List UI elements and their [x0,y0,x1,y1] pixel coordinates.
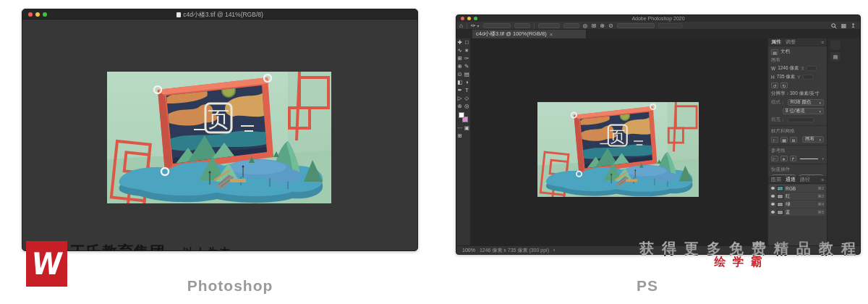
photoshop-fullscreen-window: c4d小楼3.tif @ 141%(RGB/8) 王氏教育集团 以人为本 [22,9,418,251]
zoom-in-icon[interactable]: ⊕ [600,22,605,29]
document-info: 1246 像素 x 735 像素 (300 ppi) [480,247,549,254]
guides-icon[interactable]: ⊢ [771,156,778,161]
rotate-ccw-icon[interactable]: ↺ [771,83,778,88]
section-guides: 参考线 [771,148,824,154]
tool-icon[interactable]: ✚ [456,38,464,46]
grid-icon[interactable]: ▦ [780,137,788,143]
tool-icon[interactable]: ⋯ [456,124,464,132]
eye-icon[interactable] [771,211,775,214]
eye-icon[interactable] [771,203,775,206]
chevron-down-icon[interactable]: ▾ [477,23,480,28]
tool-icon[interactable]: ⊞ [456,54,464,62]
tool-icon[interactable]: ◎ [464,102,471,110]
tool-icon[interactable]: ⊙ [456,70,464,78]
chevron-down-icon[interactable]: ▾ [822,156,824,161]
home-icon[interactable]: ⌂ [459,22,463,29]
tool-icon[interactable]: ∿ [456,46,464,54]
color-mode-value: RGB 颜色 [791,99,812,106]
channel-shortcut: ⌘3 [817,194,824,198]
rulers-target-select[interactable]: 画布▾ [802,136,824,143]
channel-row[interactable]: 蓝 ⌘5 [770,208,825,216]
tool-icon[interactable]: ⊞ [456,132,464,140]
page: c4d小楼3.tif @ 141%(RGB/8) 王氏教育集团 以人为本 Ado… [0,0,868,304]
options-field[interactable] [514,23,530,28]
snap-icon[interactable]: ⊞ [790,137,797,143]
zoom-tool-icon[interactable]: ◎ [583,22,588,29]
eye-icon[interactable] [771,195,775,198]
tab-properties[interactable]: 属性 [771,38,781,46]
zoom-scrubby-icon[interactable]: ⊙ [608,22,613,29]
tool-icon[interactable]: ▤ [464,70,471,78]
eye-icon[interactable] [771,187,775,190]
tab-paths[interactable]: 路径 [800,176,810,183]
tool-icon[interactable]: ∗ [464,46,471,54]
share-icon[interactable]: ↥ [851,22,856,29]
document-tab-bar: c4d小楼3.tif @ 100%(RGB/8) × [456,30,860,38]
window-titlebar[interactable]: c4d小楼3.tif @ 141%(RGB/8) [22,9,417,20]
document-tab[interactable]: c4d小楼3.tif @ 100%(RGB/8) × [472,30,587,38]
rotate-cw-icon[interactable]: ↻ [780,83,788,88]
canvas-area[interactable] [22,20,417,250]
tool-icon[interactable]: ◧ [456,78,464,86]
libraries-icon[interactable]: ▤ [830,52,841,62]
logo-letter: W [29,246,64,281]
bit-depth-select[interactable]: 8 位/通道▾ [783,108,824,114]
photoshop-2020-window: Adobe Photoshop 2020 ⌂ ✑ ▾ ◎ ⊞ ⊕ ⊙ ▦ ↥ [456,14,861,255]
tool-icon[interactable]: ◇ [464,94,471,102]
tool-icon[interactable]: □ [464,38,471,46]
current-tool-icon[interactable]: ✑ [471,22,476,29]
options-dropdown[interactable] [483,23,511,28]
tool-icon[interactable]: ✎ [464,62,471,70]
foreground-color-swatch[interactable] [459,112,464,118]
brand-logo: W [26,241,67,287]
tab-adjustments[interactable]: 调整 [786,38,796,46]
new-guide-icon[interactable]: ↱ [790,156,797,161]
panel-menu-icon[interactable]: ≡ [821,177,824,182]
close-tab-icon[interactable]: × [550,31,553,38]
tool-icon[interactable]: ▣ [464,124,471,132]
options-dropdown[interactable] [538,23,560,28]
tool-icon[interactable]: ⊛ [456,102,464,110]
color-picker-icon[interactable] [830,41,841,50]
options-field[interactable] [563,23,579,28]
document-icon [176,12,181,17]
search-icon[interactable] [831,23,837,29]
workspace-icon[interactable]: ▦ [841,22,847,29]
channel-list: RGB ⌘2 红 ⌘3 [768,184,827,217]
panel-menu-icon[interactable]: ≡ [821,40,824,45]
chevron-down-icon: ▾ [819,109,821,114]
channel-row[interactable]: 绿 ⌘4 [770,200,825,208]
titlebar-right-icons: ▦ ↥ [831,22,856,29]
y-field[interactable] [803,75,813,80]
tool-icon[interactable]: ✑ [464,54,471,62]
window-titlebar[interactable]: Adobe Photoshop 2020 [456,15,860,22]
tool-icon[interactable]: ◑ [464,78,471,86]
document-tab-label: c4d小楼3.tif @ 100%(RGB/8) [476,30,547,38]
document-icon: ▤ [771,49,778,55]
w-value[interactable]: 1246 像素 [778,65,799,72]
tab-layers[interactable]: 图层 [771,176,781,183]
tool-icon[interactable]: ▷ [456,94,464,102]
channel-row[interactable]: RGB ⌘2 [770,185,825,192]
canvas-area[interactable] [471,38,767,245]
x-field[interactable] [807,66,817,71]
h-value[interactable]: 735 像素 [777,74,796,80]
tool-icon[interactable]: ⊕ [456,62,464,70]
section-rulers-grid: 标尺和网格 [771,128,824,135]
grid-icon[interactable]: ⊞ [592,22,597,29]
rulers-icon[interactable]: ⊢ [771,137,778,143]
panel-header: 图层 通道 路径 ≡ [768,176,827,184]
doc-label: 文档 [780,48,790,55]
color-mode-select[interactable]: RGB 颜色▾ [788,99,825,106]
divider [768,164,827,164]
status-chevron-icon[interactable]: › [553,248,555,253]
fill-field[interactable] [788,117,814,122]
tool-icon[interactable]: T [464,86,471,94]
clear-guides-icon[interactable]: ∗ [780,156,788,161]
options-toggle[interactable] [617,23,655,28]
channel-row[interactable]: 红 ⌘3 [770,193,825,200]
tab-channels[interactable]: 通道 [786,176,796,183]
tool-icon[interactable]: ✒ [456,86,464,94]
zoom-level[interactable]: 100% [462,248,475,253]
divider [534,23,535,28]
